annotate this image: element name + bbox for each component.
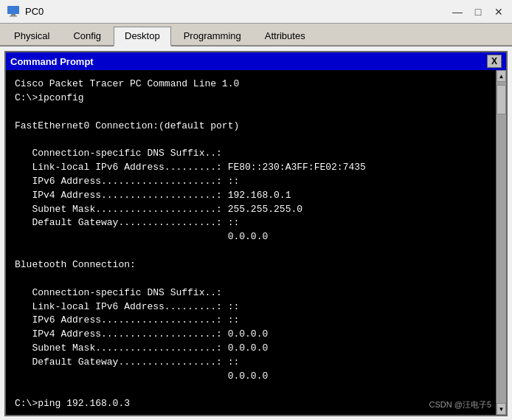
scrollbar-thumb[interactable] bbox=[497, 85, 506, 114]
svg-rect-1 bbox=[11, 14, 15, 16]
tab-programming[interactable]: Programming bbox=[173, 27, 252, 45]
title-bar-left: PC0 bbox=[6, 4, 44, 19]
cmd-title-bar: Command Prompt X bbox=[6, 52, 506, 70]
svg-rect-2 bbox=[10, 16, 17, 17]
tab-desktop[interactable]: Desktop bbox=[114, 27, 171, 47]
cmd-title: Command Prompt bbox=[10, 56, 94, 67]
svg-rect-0 bbox=[7, 6, 19, 14]
title-bar: PC0 — □ ✕ bbox=[0, 0, 512, 24]
watermark: CSDN @汪电子5 bbox=[429, 399, 491, 410]
scrollbar-track[interactable] bbox=[497, 82, 506, 403]
minimize-button[interactable]: — bbox=[450, 4, 465, 19]
tab-physical[interactable]: Physical bbox=[3, 27, 60, 45]
main-content: Command Prompt X Cisco Packet Tracer PC … bbox=[0, 47, 512, 420]
tab-bar: Physical Config Desktop Programming Attr… bbox=[0, 24, 512, 47]
window-close-button[interactable]: ✕ bbox=[491, 4, 506, 19]
scrollbar-down-button[interactable]: ▼ bbox=[497, 403, 506, 415]
tab-attributes[interactable]: Attributes bbox=[254, 27, 316, 45]
scrollbar: ▲ ▼ bbox=[496, 70, 506, 415]
cmd-body: Cisco Packet Tracer PC Command Line 1.0 … bbox=[6, 70, 506, 415]
maximize-button[interactable]: □ bbox=[471, 4, 485, 19]
tab-config[interactable]: Config bbox=[62, 27, 112, 45]
scrollbar-up-button[interactable]: ▲ bbox=[497, 70, 506, 82]
window-title: PC0 bbox=[25, 6, 44, 17]
cmd-close-button[interactable]: X bbox=[487, 55, 502, 68]
cmd-output[interactable]: Cisco Packet Tracer PC Command Line 1.0 … bbox=[6, 70, 496, 415]
title-bar-controls: — □ ✕ bbox=[450, 4, 506, 19]
computer-icon bbox=[6, 4, 21, 19]
command-prompt-window: Command Prompt X Cisco Packet Tracer PC … bbox=[4, 51, 508, 416]
